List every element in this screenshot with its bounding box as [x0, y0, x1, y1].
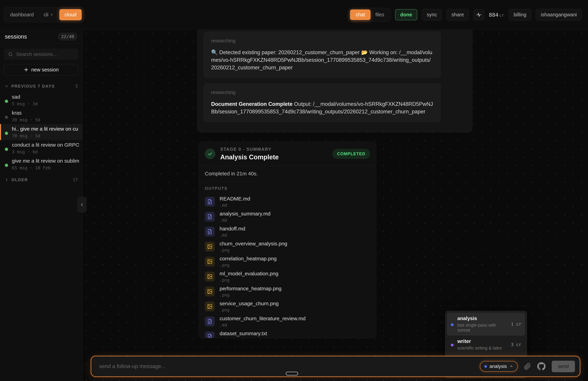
output-file-row[interactable]: dataset_summary.txt .txt: [205, 331, 370, 338]
file-name: dataset_summary.txt: [220, 331, 267, 336]
sidebar-collapse-handle[interactable]: [78, 197, 86, 213]
primary-nav: dashboard cli cloud: [4, 7, 84, 22]
outputs-section: OUTPUTS README.md .md analysis_summary.m…: [199, 181, 376, 338]
agent-selector-button[interactable]: analysis: [480, 361, 518, 372]
section-older[interactable]: OLDER 17: [0, 177, 82, 182]
section-label: PREVIOUS 7 DAYS: [11, 84, 55, 89]
github-button[interactable]: [537, 362, 546, 371]
chevron-right-icon: [4, 178, 9, 182]
older-label: OLDER: [11, 178, 28, 182]
composer-controls: analysis send: [480, 361, 575, 372]
plus-icon: [24, 67, 29, 72]
image-file-icon: [205, 287, 215, 296]
session-item[interactable]: sad 5 msg · 3d: [0, 92, 82, 108]
output-file-row[interactable]: performance_heatmap.png .png: [205, 286, 370, 297]
session-status-dot: [5, 148, 8, 151]
message-text: 🔍 Detected existing paper: 20260212_cust…: [211, 49, 433, 71]
pulse-icon: [476, 12, 482, 18]
message-text: Document Generation Complete Output: /__…: [211, 100, 433, 115]
output-file-row[interactable]: analysis_summary.md .md: [205, 211, 370, 222]
message-status-label: researching: [211, 38, 433, 44]
chat-files-toggle: chat files: [349, 8, 390, 22]
session-status-dot: [5, 164, 8, 167]
message-text-body: 🔍 Detected existing paper: 20260212_cust…: [211, 49, 432, 70]
message-status-label: researching: [211, 90, 433, 95]
tab-chat-active[interactable]: chat: [350, 9, 371, 20]
output-file-row[interactable]: ml_model_evaluation.png .png: [205, 271, 370, 282]
session-quota-badge: 22/40: [58, 33, 78, 41]
attach-file-button[interactable]: [524, 363, 531, 370]
image-file-icon: [205, 242, 215, 252]
message-text-bold: Document Generation Complete: [211, 101, 293, 107]
output-file-row[interactable]: correlation_heatmap.png .png: [205, 256, 370, 267]
nav-cloud-active[interactable]: cloud: [59, 9, 82, 20]
session-list: sad 5 msg · 3d kras 20 msg · 5d hi.. giv…: [0, 92, 82, 172]
assistant-message-group: researching 🔍 Detected existing paper: 2…: [197, 30, 472, 132]
output-file-row[interactable]: handoff.md .md: [205, 226, 370, 237]
file-name: performance_heatmap.png: [220, 286, 281, 291]
agent-name: writer: [457, 338, 502, 344]
session-meta: 5 msg · 3d: [12, 101, 38, 106]
output-file-row[interactable]: service_usage_churn.png .png: [205, 301, 370, 312]
message-composer[interactable]: send a follow-up message... analysis sen…: [91, 356, 580, 377]
sidebar-title: sessions: [5, 33, 27, 40]
agent-price: 3 cr: [507, 342, 521, 347]
markdown-file-icon: [205, 212, 215, 222]
file-name: churn_overview_analysis.png: [220, 241, 287, 247]
output-file-row[interactable]: churn_overview_analysis.png .png: [205, 241, 370, 252]
session-status-dot: [5, 100, 8, 103]
composer-drag-handle[interactable]: [286, 372, 298, 376]
file-name: handoff.md: [220, 226, 245, 232]
tab-files[interactable]: files: [371, 9, 389, 20]
agent-price: 1 cr: [507, 322, 521, 327]
session-status-dot: [5, 116, 8, 119]
image-file-icon: [205, 301, 215, 312]
chevron-left-icon: [80, 202, 84, 207]
menu-item-analysis[interactable]: analysis fast single-pass with sonnet 1 …: [447, 313, 525, 336]
session-item-selected[interactable]: hi.. give me a lit review on cu 70 msg ·…: [0, 124, 82, 140]
older-count: 17: [73, 177, 78, 182]
tool-message-card: researching Document Generation Complete…: [204, 84, 441, 122]
file-ext: .md: [220, 233, 245, 238]
chevron-down-icon: [4, 84, 9, 88]
session-meta: 70 msg · 5d: [12, 133, 78, 138]
session-title: kras: [12, 110, 41, 116]
agent-color-dot: [451, 323, 454, 326]
output-file-row[interactable]: customer_churn_literature_review.md .md: [205, 316, 370, 327]
session-title: hi.. give me a lit review on cu: [12, 126, 78, 132]
section-previous-7-days[interactable]: PREVIOUS 7 DAYS 5: [0, 84, 82, 89]
new-session-button[interactable]: new session: [4, 64, 78, 75]
session-title: give me a lit review on sublim: [12, 158, 79, 164]
nav-dashboard[interactable]: dashboard: [6, 10, 38, 20]
image-file-icon: [205, 257, 215, 267]
search-sessions-input[interactable]: Search sessions...: [4, 48, 78, 60]
billing-button[interactable]: billing: [508, 9, 531, 21]
sync-button[interactable]: sync: [422, 9, 442, 21]
account-button[interactable]: ishaangangwani: [536, 9, 582, 21]
file-ext: .png: [220, 308, 279, 313]
agent-description: scientific writing & latex: [457, 346, 502, 351]
output-file-row[interactable]: README.md .md: [205, 196, 370, 207]
menu-item-writer[interactable]: writer scientific writing & latex 3 cr: [447, 336, 525, 354]
nav-dashboard-label: dashboard: [10, 12, 34, 18]
file-name: ml_model_evaluation.png: [220, 271, 278, 277]
send-button[interactable]: send: [552, 361, 575, 372]
nav-cli[interactable]: cli: [40, 10, 58, 20]
file-name: service_usage_churn.png: [220, 301, 279, 307]
file-ext: .md: [220, 203, 250, 208]
session-title: conduct a lit review on GRPO: [12, 142, 79, 148]
file-ext: .png: [220, 248, 287, 253]
sidebar-header: sessions 22/40: [0, 30, 82, 44]
agent-color-dot: [451, 344, 454, 346]
session-item[interactable]: give me a lit review on sublim 65 msg · …: [0, 156, 82, 172]
share-button[interactable]: share: [446, 9, 469, 21]
session-item[interactable]: kras 20 msg · 5d: [0, 108, 82, 124]
stage-kicker: STAGE 0 - SUMMARY: [220, 147, 279, 152]
activity-button[interactable]: [473, 9, 484, 20]
header-actions: chat files done sync share 884 cr billin…: [349, 8, 582, 22]
done-status-button[interactable]: done: [395, 9, 417, 20]
stage-summary-card: STAGE 0 - SUMMARY Analysis Complete COMP…: [199, 142, 376, 338]
session-item[interactable]: conduct a lit review on GRPO 3 msg · 6d: [0, 140, 82, 156]
session-status-dot: [5, 132, 8, 135]
markdown-file-icon: [205, 316, 215, 326]
